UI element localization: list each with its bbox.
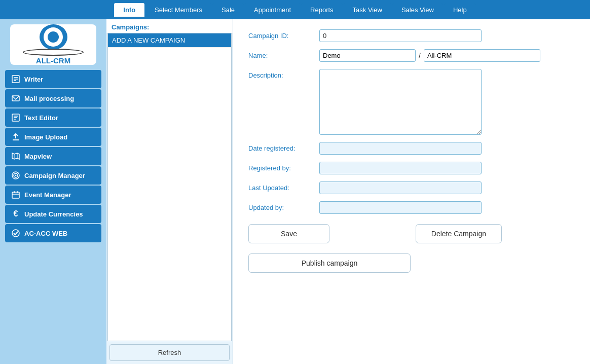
- sidebar-item-image-upload[interactable]: Image Upload: [5, 128, 101, 146]
- registered-by-input[interactable]: [319, 162, 482, 174]
- sidebar-label-writer: Writer: [24, 76, 43, 83]
- campaign-id-input[interactable]: [319, 29, 482, 42]
- campaigns-title: Campaigns:: [106, 19, 233, 33]
- sidebar-item-text-editor[interactable]: Text Editor: [5, 108, 101, 127]
- registered-by-label: Registered by:: [248, 162, 319, 172]
- last-updated-label: Last Updated:: [248, 181, 319, 192]
- sidebar-item-mapview[interactable]: Mapview: [5, 147, 101, 165]
- sidebar-item-writer[interactable]: Writer: [5, 70, 101, 88]
- description-label: Description:: [248, 69, 319, 79]
- campaign-id-label: Campaign ID:: [248, 29, 319, 40]
- sidebar-menu: Writer Mail processing: [0, 70, 106, 242]
- logo-text: ALL-CRM: [36, 56, 70, 65]
- name-inputs: /: [319, 49, 575, 62]
- logo-inner: [44, 27, 63, 47]
- svg-rect-16: [12, 192, 19, 198]
- description-textarea[interactable]: [319, 69, 482, 135]
- sidebar-label-event: Event Manager: [24, 191, 71, 199]
- name-separator: /: [419, 52, 421, 60]
- updated-by-input[interactable]: [319, 201, 482, 214]
- sidebar-item-update-currencies[interactable]: € Update Currencies: [5, 205, 101, 223]
- description-row: Description:: [248, 69, 575, 135]
- name-input-2[interactable]: [424, 49, 540, 62]
- campaign-section: Campaigns: ADD A NEW CAMPAIGN Refresh Ca…: [106, 19, 590, 364]
- delete-campaign-button[interactable]: Delete Campaign: [416, 224, 502, 243]
- main-layout: ALL-CRM Writer: [0, 19, 590, 364]
- sidebar-label-mapview: Mapview: [24, 153, 52, 160]
- tab-select-members[interactable]: Select Members: [145, 3, 211, 17]
- currency-icon: €: [10, 208, 21, 220]
- last-updated-input[interactable]: [319, 181, 482, 194]
- logo-icon: [40, 24, 67, 50]
- sidebar-label-currencies: Update Currencies: [24, 210, 83, 218]
- updated-by-row: Updated by:: [248, 201, 575, 214]
- date-registered-row: Date registered:: [248, 142, 575, 155]
- sidebar-label-ac-acc: AC-ACC WEB: [24, 230, 67, 237]
- tab-info[interactable]: Info: [114, 3, 144, 17]
- campaign-icon: [10, 170, 21, 181]
- svg-point-20: [12, 230, 19, 237]
- campaigns-panel: Campaigns: ADD A NEW CAMPAIGN Refresh: [106, 19, 233, 364]
- sidebar-label-image-upload: Image Upload: [24, 133, 67, 141]
- campaign-id-row: Campaign ID:: [248, 29, 575, 42]
- logo: ALL-CRM: [10, 24, 96, 65]
- map-icon: [10, 151, 21, 162]
- updated-by-label: Updated by:: [248, 201, 319, 211]
- name-row: Name: /: [248, 49, 575, 62]
- ac-acc-icon: [10, 228, 21, 239]
- top-nav: Info Select Members Sale Appointment Rep…: [0, 0, 590, 19]
- sidebar-item-mail-processing[interactable]: Mail processing: [5, 89, 101, 107]
- campaigns-list[interactable]: ADD A NEW CAMPAIGN: [107, 33, 232, 341]
- sidebar-item-event-manager[interactable]: Event Manager: [5, 186, 101, 204]
- upload-icon: [10, 131, 21, 142]
- publish-row: Publish campaign: [248, 253, 575, 273]
- registered-by-row: Registered by:: [248, 162, 575, 174]
- sidebar-label-text-editor: Text Editor: [24, 114, 58, 122]
- svg-marker-10: [12, 153, 19, 159]
- save-button[interactable]: Save: [248, 224, 329, 243]
- nav-tabs: Info Select Members Sale Appointment Rep…: [114, 3, 475, 17]
- tab-sale[interactable]: Sale: [212, 3, 244, 17]
- content-area: Campaigns: ADD A NEW CAMPAIGN Refresh Ca…: [106, 19, 590, 364]
- campaign-item-new[interactable]: ADD A NEW CAMPAIGN: [108, 33, 231, 48]
- refresh-section: Refresh: [106, 341, 233, 364]
- tab-reports[interactable]: Reports: [301, 3, 343, 17]
- tab-appointment[interactable]: Appointment: [245, 3, 300, 17]
- svg-point-15: [15, 175, 17, 176]
- date-registered-label: Date registered:: [248, 142, 319, 152]
- tab-sales-view[interactable]: Sales View: [392, 3, 443, 17]
- tab-help[interactable]: Help: [444, 3, 476, 17]
- refresh-button[interactable]: Refresh: [109, 344, 230, 361]
- name-input-1[interactable]: [319, 49, 416, 62]
- event-icon: [10, 189, 21, 200]
- logo-core: [48, 31, 59, 43]
- sidebar-label-campaign: Campaign Manager: [24, 172, 85, 179]
- form-panel: Campaign ID: Name: / Description:: [233, 19, 590, 364]
- sidebar-item-campaign-manager[interactable]: Campaign Manager: [5, 166, 101, 185]
- mail-icon: [10, 93, 21, 104]
- text-editor-icon: [10, 112, 21, 123]
- name-label: Name:: [248, 49, 319, 59]
- tab-task-view[interactable]: Task View: [344, 3, 391, 17]
- last-updated-row: Last Updated:: [248, 181, 575, 194]
- action-buttons-row: Save Delete Campaign: [248, 224, 502, 243]
- sidebar: ALL-CRM Writer: [0, 19, 106, 364]
- date-registered-input[interactable]: [319, 142, 482, 155]
- writer-icon: [10, 74, 21, 85]
- sidebar-item-ac-acc-web[interactable]: AC-ACC WEB: [5, 224, 101, 242]
- publish-campaign-button[interactable]: Publish campaign: [248, 253, 411, 273]
- sidebar-label-mail: Mail processing: [24, 95, 74, 102]
